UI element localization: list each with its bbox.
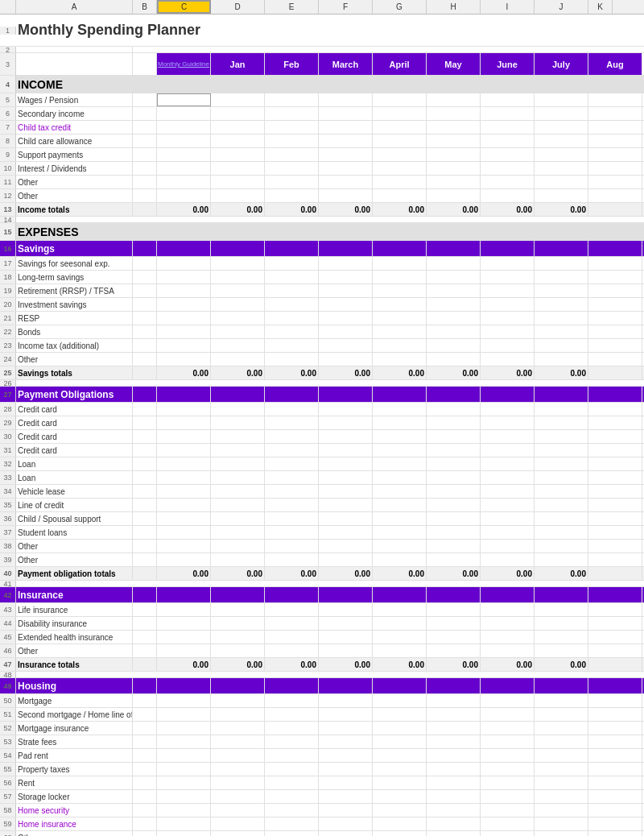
insurance-label: Insurance xyxy=(16,587,133,602)
credit-card-2-label: Credit card xyxy=(16,416,133,429)
row-31: 31 Credit card xyxy=(0,444,644,457)
feb-header: Feb xyxy=(265,53,319,75)
disability-insurance-label: Disability insurance xyxy=(16,617,133,630)
spreadsheet-title: Monthly Spending Planner xyxy=(16,22,419,39)
wages-jun[interactable] xyxy=(427,93,481,106)
march-header: March xyxy=(319,53,373,75)
row-num-1: 1 xyxy=(0,27,16,35)
savings-header-row: 16 Savings xyxy=(0,241,644,257)
row-33: 33 Loan xyxy=(0,471,644,485)
wages-jul[interactable] xyxy=(481,93,535,106)
secondary-income-label: Secondary income xyxy=(16,107,133,120)
aug-header: Aug xyxy=(588,53,642,75)
row-14: 14 xyxy=(0,217,644,223)
loan-1-label: Loan xyxy=(16,457,133,470)
loan-2-label: Loan xyxy=(16,471,133,484)
vehicle-lease-label: Vehicle lease xyxy=(16,485,133,498)
row-5: 5 Wages / Pension xyxy=(0,93,644,107)
jan-header: Jan xyxy=(211,53,265,75)
row-60: 60 Other xyxy=(0,831,644,836)
credit-card-3-label: Credit card xyxy=(16,430,133,443)
row-54: 54 Pad rent xyxy=(0,749,644,763)
wages-apr[interactable] xyxy=(319,93,373,106)
investment-savings-label: Investment savings xyxy=(16,298,133,311)
row-39: 39 Other xyxy=(0,553,644,567)
student-loans-label: Student loans xyxy=(16,526,133,539)
income-tax-label: Income tax (additional) xyxy=(16,339,133,352)
payment-label: Payment Obligations xyxy=(16,387,133,402)
row-7: 7 Child tax credit xyxy=(0,121,644,135)
wages-feb[interactable] xyxy=(211,93,265,106)
col-header-i: I xyxy=(481,0,535,14)
row-41: 41 xyxy=(0,581,644,587)
savings-seasonal-label: Savings for seesonal exp. xyxy=(16,257,133,270)
other-payment-2-label: Other xyxy=(16,553,133,566)
row-24: 24 Other xyxy=(0,353,644,366)
pad-rent-label: Pad rent xyxy=(16,749,133,762)
row-55: 55 Property taxes xyxy=(0,763,644,776)
col-header-a: A xyxy=(16,0,133,14)
property-taxes-label: Property taxes xyxy=(16,763,133,776)
row-9: 9 Support payments xyxy=(0,148,644,162)
wages-aug[interactable] xyxy=(535,93,588,106)
other-insurance-label: Other xyxy=(16,644,133,657)
line-of-credit-label: Line of credit xyxy=(16,499,133,511)
other-housing-label: Other xyxy=(16,831,133,836)
savings-totals-row: 25 Savings totals 0.00 0.00 0.00 0.00 0.… xyxy=(0,366,644,380)
row-51: 51 Second mortgage / Home line of credit xyxy=(0,708,644,722)
home-insurance-label: Home insurance xyxy=(16,817,133,830)
housing-header-row: 49 Housing xyxy=(0,678,644,694)
income-totals-row: 13 Income totals 0.00 0.00 0.00 0.00 0.0… xyxy=(0,203,644,217)
row-2: 2 xyxy=(0,47,644,53)
wages-jan[interactable] xyxy=(157,93,211,106)
other-payment-1-label: Other xyxy=(16,540,133,553)
payment-totals-label: Payment obligation totals xyxy=(16,567,133,580)
col-header-c: C xyxy=(157,0,211,14)
row-19: 19 Retirement (RRSP) / TFSA xyxy=(0,284,644,298)
col-header-d: D xyxy=(211,0,265,14)
row-10: 10 Interest / Dividends xyxy=(0,162,644,176)
wages-may[interactable] xyxy=(373,93,427,106)
row-44: 44 Disability insurance xyxy=(0,617,644,631)
guideline-header-cell: Monthly Guideline xyxy=(157,53,211,75)
row-21: 21 RESP xyxy=(0,312,644,325)
home-security-label: Home security xyxy=(16,804,133,817)
row-8: 8 Child care allowance xyxy=(0,135,644,148)
row-23: 23 Income tax (additional) xyxy=(0,339,644,353)
col-header-h: H xyxy=(427,0,481,14)
row-58: 58 Home security xyxy=(0,804,644,817)
row-48: 48 xyxy=(0,672,644,678)
credit-card-1-label: Credit card xyxy=(16,403,133,416)
housing-label: Housing xyxy=(16,678,133,693)
row-20: 20 Investment savings xyxy=(0,298,644,312)
long-term-savings-label: Long-term savings xyxy=(16,271,133,283)
col-header-g: G xyxy=(373,0,427,14)
row-56: 56 Rent xyxy=(0,776,644,790)
row-18: 18 Long-term savings xyxy=(0,271,644,284)
row-26: 26 xyxy=(0,380,644,387)
child-spousal-support-label: Child / Spousal support xyxy=(16,512,133,525)
payment-header-row: 27 Payment Obligations xyxy=(0,387,644,403)
savings-label: Savings xyxy=(16,241,133,256)
col-header-b: B xyxy=(133,0,157,14)
support-payments-label: Support payments xyxy=(16,148,133,161)
income-totals-label: Income totals xyxy=(16,203,133,216)
row-22: 22 Bonds xyxy=(0,325,644,339)
row-12: 12 Other xyxy=(0,189,644,203)
wages-label: Wages / Pension xyxy=(16,93,133,106)
credit-card-4-label: Credit card xyxy=(16,444,133,457)
column-headers: A B C D E F G H I J K xyxy=(0,0,644,14)
row-37: 37 Student loans xyxy=(0,526,644,540)
resp-label: RESP xyxy=(16,312,133,325)
row-59: 59 Home insurance xyxy=(0,817,644,831)
spreadsheet: A B C D E F G H I J K 1 Monthly Spending… xyxy=(0,0,644,836)
expenses-label: EXPENSES xyxy=(16,223,133,240)
insurance-totals-row: 47 Insurance totals 0.00 0.00 0.00 0.00 … xyxy=(0,658,644,672)
rent-label: Rent xyxy=(16,776,133,789)
may-header: May xyxy=(427,53,481,75)
july-header: July xyxy=(535,53,588,75)
wages-mar[interactable] xyxy=(265,93,319,106)
row-57: 57 Storage locker xyxy=(0,790,644,804)
row-35: 35 Line of credit xyxy=(0,499,644,512)
row-17: 17 Savings for seesonal exp. xyxy=(0,257,644,271)
